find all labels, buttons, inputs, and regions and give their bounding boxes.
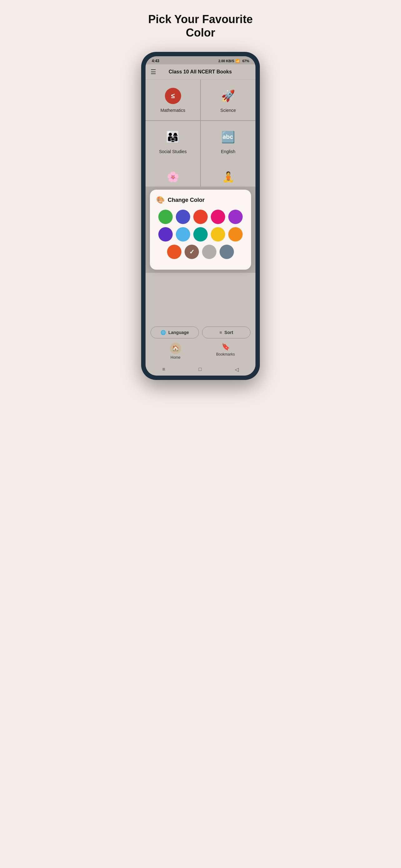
data-speed: 2.00 KB/S <box>218 59 234 63</box>
empty-space <box>145 273 256 323</box>
color-purple[interactable] <box>228 210 243 224</box>
mathematics-icon: ≤ <box>164 87 182 105</box>
social-studies-label: Social Studies <box>159 149 187 154</box>
color-red-orange2[interactable] <box>167 245 181 259</box>
system-square-icon[interactable]: □ <box>199 367 202 372</box>
color-pink[interactable] <box>211 210 225 224</box>
partial-card-meditation[interactable]: 🧘 <box>201 161 256 187</box>
dialog-title: Change Color <box>168 197 205 204</box>
color-light-blue[interactable] <box>176 227 190 242</box>
sort-label: Sort <box>225 330 233 335</box>
bookmarks-tab-label: Bookmarks <box>216 352 235 356</box>
color-dialog: 🎨 Change Color <box>150 190 251 270</box>
color-brown-selected[interactable] <box>185 245 199 259</box>
color-red[interactable] <box>193 210 208 224</box>
subject-card-science[interactable]: 🚀 Science <box>201 80 256 120</box>
science-label: Science <box>221 108 236 113</box>
color-row-3 <box>156 245 245 259</box>
color-yellow[interactable] <box>211 227 225 242</box>
tab-home[interactable]: 🏠 Home <box>151 341 201 362</box>
wifi-icon: 📶 <box>235 59 240 63</box>
partial-cards: 🌸 🧘 <box>145 161 256 187</box>
status-time: 4:43 <box>152 59 159 63</box>
meditation-icon: 🧘 <box>222 171 235 183</box>
subject-card-mathematics[interactable]: ≤ Mathematics <box>145 80 200 120</box>
phone-frame: 4:43 2.00 KB/S 📶 67% ☰ Class 10 All NCER… <box>141 52 260 380</box>
subject-card-english[interactable]: 🔤 English <box>201 121 256 161</box>
language-button[interactable]: 🌐 Language <box>151 327 199 338</box>
battery-percent: 67% <box>242 59 249 63</box>
app-header: ☰ Class 10 All NCERT Books <box>145 64 256 80</box>
color-teal[interactable] <box>193 227 208 242</box>
color-blue-gray[interactable] <box>220 245 234 259</box>
mathematics-label: Mathematics <box>161 108 185 113</box>
color-indigo[interactable] <box>176 210 190 224</box>
nav-tabs: 🏠 Home 🔖 Bookmarks <box>151 341 250 362</box>
palette-icon: 🎨 <box>156 196 165 204</box>
color-green[interactable] <box>158 210 173 224</box>
social-studies-icon: 👨‍👩‍👧 <box>164 128 182 146</box>
color-dark-purple[interactable] <box>158 227 173 242</box>
language-label: Language <box>168 330 189 335</box>
page-title: Pick Your Favourite Color <box>148 12 253 39</box>
color-orange[interactable] <box>228 227 243 242</box>
subject-card-social-studies[interactable]: 👨‍👩‍👧 Social Studies <box>145 121 200 161</box>
home-tab-label: Home <box>170 355 180 360</box>
color-light-gray[interactable] <box>202 245 216 259</box>
dialog-header: 🎨 Change Color <box>156 196 245 204</box>
partial-card-lotus[interactable]: 🌸 <box>145 161 200 187</box>
english-label: English <box>221 149 235 154</box>
tab-bookmarks[interactable]: 🔖 Bookmarks <box>201 341 250 362</box>
globe-icon: 🌐 <box>161 330 166 335</box>
status-right: 2.00 KB/S 📶 67% <box>218 59 249 63</box>
system-menu-icon[interactable]: ≡ <box>162 367 165 372</box>
lotus-icon: 🌸 <box>167 171 179 183</box>
sort-button[interactable]: ≡ Sort <box>202 327 250 338</box>
system-back-icon[interactable]: ◁ <box>235 367 239 372</box>
hamburger-icon[interactable]: ☰ <box>151 68 156 75</box>
bookmarks-icon: 🔖 <box>222 343 230 351</box>
home-icon: 🏠 <box>170 343 181 354</box>
system-nav: ≡ □ ◁ <box>145 364 256 376</box>
english-icon: 🔤 <box>220 128 237 146</box>
header-title: Class 10 All NCERT Books <box>160 69 240 75</box>
phone-screen: 4:43 2.00 KB/S 📶 67% ☰ Class 10 All NCER… <box>145 56 256 376</box>
color-row-1 <box>156 210 245 224</box>
subject-grid: ≤ Mathematics 🚀 Science 👨‍👩‍👧 Social Stu… <box>145 80 256 161</box>
science-icon: 🚀 <box>220 87 237 105</box>
bottom-bar: 🌐 Language ≡ Sort 🏠 Home 🔖 Bookmarks <box>145 323 256 364</box>
bottom-buttons: 🌐 Language ≡ Sort <box>151 327 250 338</box>
status-bar: 4:43 2.00 KB/S 📶 67% <box>145 56 256 64</box>
sort-icon: ≡ <box>219 330 222 335</box>
color-row-2 <box>156 227 245 242</box>
